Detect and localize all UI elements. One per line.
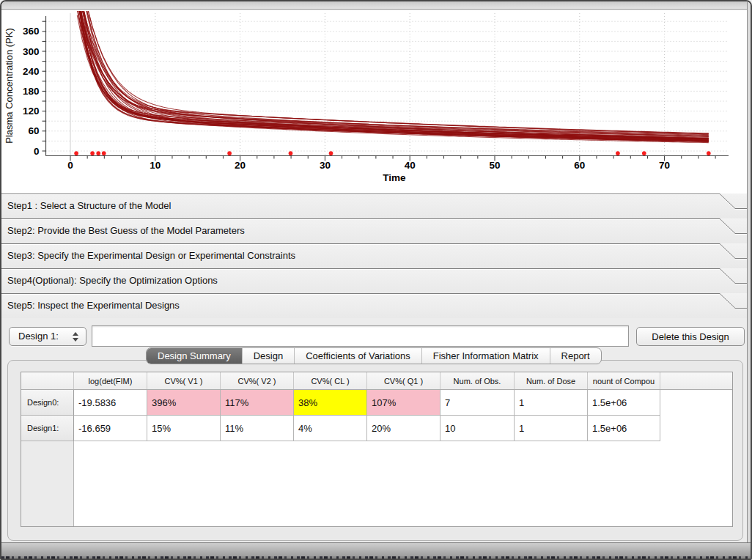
step2-label: Step2: Provide the Best Guess of the Mod… — [7, 225, 245, 236]
cell-design0-num-dose[interactable]: 1 — [515, 390, 588, 416]
svg-text:40: 40 — [405, 160, 416, 171]
row-header-filler — [21, 441, 74, 526]
svg-text:70: 70 — [659, 160, 670, 171]
design-selector-value: Design 1: — [18, 331, 59, 342]
design-description-input[interactable] — [92, 325, 629, 347]
design-selector-popup[interactable]: Design 1: — [9, 327, 86, 346]
clipped-background-text — [1, 556, 751, 559]
table-header-filler — [660, 372, 732, 389]
step1-header[interactable]: Step1 : Select a Structure of the Model — [1, 194, 747, 218]
cell-design0-cv-v1[interactable]: 396% — [147, 390, 221, 416]
step1-label: Step1 : Select a Structure of the Model — [7, 200, 171, 211]
tab-bar: Design Summary Design Coefficients of Va… — [146, 347, 602, 364]
svg-text:300: 300 — [23, 46, 40, 57]
svg-text:30: 30 — [320, 160, 331, 171]
delete-design-button[interactable]: Delete this Design — [636, 327, 745, 346]
cell-design0-logdetfim[interactable]: -19.5836 — [74, 390, 147, 416]
svg-text:240: 240 — [23, 66, 40, 77]
svg-text:10: 10 — [150, 160, 161, 171]
table-header-row: log(det(FIM) CV%( V1 ) CV%( V2 ) CV%( CL… — [21, 372, 732, 390]
svg-text:360: 360 — [23, 26, 40, 37]
titlebar-strip — [1, 1, 747, 10]
col-cv-q1[interactable]: CV%( Q1 ) — [367, 372, 440, 389]
col-cv-v2[interactable]: CV%( V2 ) — [221, 372, 294, 389]
svg-text:20: 20 — [235, 160, 246, 171]
tab-report[interactable]: Report — [550, 348, 601, 364]
svg-text:Time: Time — [383, 172, 406, 183]
tab-coefficients-of-variations[interactable]: Coefficients of Variations — [294, 348, 421, 364]
svg-text:50: 50 — [489, 160, 500, 171]
wizard-steps: Step1 : Select a Structure of the Model … — [1, 194, 747, 319]
cell-design1-num-obs[interactable]: 10 — [440, 416, 515, 441]
window-right-edge — [747, 1, 751, 544]
col-cv-cl[interactable]: CV%( CL ) — [294, 372, 367, 389]
svg-text:0: 0 — [34, 146, 40, 157]
cell-design1-cv-q1[interactable]: 20% — [367, 416, 440, 441]
step2-header[interactable]: Step2: Provide the Best Guess of the Mod… — [1, 218, 747, 243]
status-bar — [1, 542, 751, 556]
svg-text:Plasma Concentration (PK): Plasma Concentration (PK) — [4, 28, 15, 144]
tab-fisher-information-matrix[interactable]: Fisher Information Matrix — [421, 348, 550, 364]
step4-label: Step4(Optional): Specify the Optimizatio… — [7, 275, 218, 286]
cell-design1-cv-v2[interactable]: 11% — [221, 416, 294, 441]
step4-header[interactable]: Step4(Optional): Specify the Optimizatio… — [1, 268, 747, 293]
step5-header[interactable]: Step5: Inspect the Experimental Designs — [1, 293, 747, 318]
cell-design0-cv-q1[interactable]: 107% — [367, 390, 440, 416]
cell-design0-num-obs[interactable]: 7 — [440, 390, 515, 416]
col-amount-of-compound[interactable]: nount of Compou — [588, 372, 660, 389]
cell-design0-cv-cl[interactable]: 38% — [294, 390, 367, 416]
design-groupbox: log(det(FIM) CV%( V1 ) CV%( V2 ) CV%( CL… — [7, 360, 743, 541]
row-header-design1[interactable]: Design1: — [21, 416, 74, 441]
cell-design1-num-dose[interactable]: 1 — [515, 416, 588, 441]
svg-text:180: 180 — [23, 86, 40, 97]
svg-text:60: 60 — [28, 125, 39, 136]
row-header-design0[interactable]: Design0: — [21, 390, 74, 416]
table-row-design0: Design0: -19.5836 396% 117% 38% 107% 7 1… — [21, 390, 660, 416]
stepper-arrows-icon — [73, 331, 79, 342]
cell-design1-cv-v1[interactable]: 15% — [147, 416, 221, 441]
col-log-det-fim[interactable]: log(det(FIM) — [74, 372, 147, 389]
svg-text:0: 0 — [67, 160, 73, 171]
cell-design0-amount[interactable]: 1.5e+06 — [588, 390, 660, 416]
step5-label: Step5: Inspect the Experimental Designs — [7, 300, 180, 311]
step3-header[interactable]: Step3: Specify the Experimental Design o… — [1, 243, 747, 268]
col-num-dose[interactable]: Num. of Dose — [515, 372, 588, 389]
app-window: 010203040506070Time060120180240300360Pla… — [0, 0, 752, 560]
table-row-design1: Design1: -16.659 15% 11% 4% 20% 10 1 1.5… — [21, 416, 660, 441]
step3-label: Step3: Specify the Experimental Design o… — [7, 250, 295, 261]
col-cv-v1[interactable]: CV%( V1 ) — [147, 372, 221, 389]
pk-plot-panel: 010203040506070Time060120180240300360Pla… — [1, 10, 747, 194]
svg-text:60: 60 — [574, 160, 585, 171]
cell-design0-cv-v2[interactable]: 117% — [221, 390, 294, 416]
col-num-obs[interactable]: Num. of Obs. — [440, 372, 515, 389]
table-corner-cell — [21, 372, 74, 389]
tab-design[interactable]: Design — [242, 348, 294, 364]
design-summary-table: log(det(FIM) CV%( V1 ) CV%( V2 ) CV%( CL… — [21, 372, 733, 527]
svg-text:120: 120 — [23, 106, 40, 117]
tab-design-summary[interactable]: Design Summary — [147, 348, 242, 364]
cell-design1-logdetfim[interactable]: -16.659 — [74, 416, 147, 441]
cell-design1-amount[interactable]: 1.5e+06 — [588, 416, 660, 441]
cell-design1-cv-cl[interactable]: 4% — [294, 416, 367, 441]
pk-concentration-chart: 010203040506070Time060120180240300360Pla… — [1, 10, 748, 194]
